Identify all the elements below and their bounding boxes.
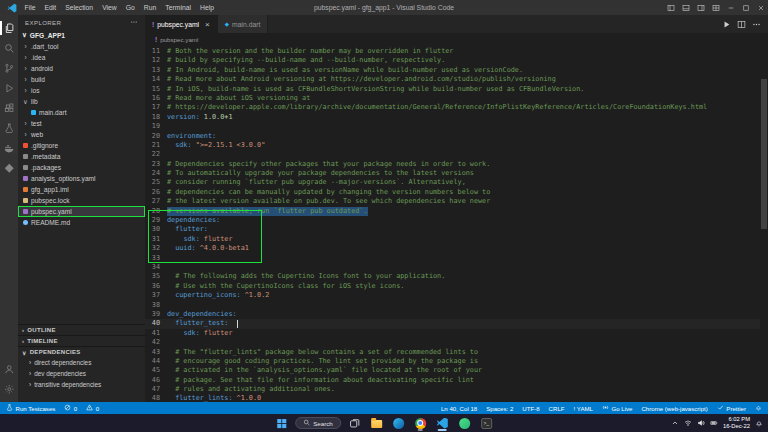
code-line-24[interactable]: 24# To automatically upgrade your packag…	[145, 169, 760, 178]
run-icon[interactable]	[722, 15, 731, 33]
explorer-more-icon[interactable]	[130, 18, 138, 26]
status-encoding[interactable]: UTF-8	[522, 405, 539, 412]
editor-scrollbar[interactable]	[760, 45, 768, 402]
close-tab-icon[interactable]: ×	[205, 20, 210, 29]
menu-file[interactable]: File	[20, 0, 40, 15]
status-debug-target[interactable]: Chrome (web-javascript)	[641, 405, 707, 412]
tab-main-dart[interactable]: ◆main.dart	[218, 15, 269, 33]
tree-item-readme-md[interactable]: README.md	[18, 217, 145, 228]
code-line-14[interactable]: 14# Read more about Android versioning a…	[145, 75, 760, 84]
code-line-40[interactable]: 40 flutter_test:	[145, 319, 760, 328]
testing-icon[interactable]	[0, 118, 18, 138]
taskbar-search[interactable]: Search	[295, 417, 341, 429]
tree-item-packages[interactable]: .packages	[18, 162, 145, 173]
tree-item-idea[interactable]: ›.idea	[18, 52, 145, 63]
volume-icon[interactable]	[697, 419, 705, 427]
code-line-29[interactable]: 29dependencies:	[145, 216, 760, 225]
code-line-25[interactable]: 25# consider running `flutter pub upgrad…	[145, 178, 760, 187]
taskbar-clock[interactable]: 6:02 PM 16-Dec-22	[723, 416, 750, 429]
code-line-18[interactable]: 18version: 1.0.0+1	[145, 113, 760, 122]
terminal-taskbar-icon[interactable]	[478, 415, 495, 431]
vscode-taskbar-icon[interactable]	[434, 415, 451, 431]
breadcrumb[interactable]: ! pubspec.yaml	[145, 33, 768, 45]
dependency-group-direct-dependencies[interactable]: ›direct dependencies	[18, 357, 145, 368]
section-dependencies[interactable]: ∨DEPENDENCIES	[18, 346, 145, 357]
tree-item-ios[interactable]: ›ios	[18, 85, 145, 96]
maximize-button[interactable]	[738, 0, 753, 15]
tab-pubspec-yaml[interactable]: !pubspec.yaml×	[145, 15, 218, 33]
edge-taskbar-icon[interactable]	[390, 415, 407, 431]
code-line-43[interactable]: 43 # The "flutter_lints" package below c…	[145, 348, 760, 357]
code-line-26[interactable]: 26# dependencies can be manually updated…	[145, 188, 760, 197]
code-line-12[interactable]: 12# build by specifying --build-name and…	[145, 56, 760, 65]
tree-item-pubspec-yaml[interactable]: pubspec.yaml	[18, 206, 145, 217]
code-line-16[interactable]: 16# Read more about iOS versioning at	[145, 94, 760, 103]
chrome-taskbar-icon[interactable]	[412, 415, 429, 431]
status-indentation[interactable]: Spaces: 2	[486, 405, 513, 412]
code-line-37[interactable]: 37 cupertino_icons: ^1.0.2	[145, 291, 760, 300]
battery-icon[interactable]	[710, 419, 718, 427]
menu-terminal[interactable]: Terminal	[161, 0, 196, 15]
docker-icon[interactable]	[0, 138, 18, 158]
source-control-icon[interactable]	[0, 58, 18, 78]
code-line-48[interactable]: 48 flutter_lints: ^1.0.0	[145, 394, 760, 402]
dart-icon[interactable]	[0, 158, 18, 178]
tree-item-main-dart[interactable]: main.dart	[18, 107, 145, 118]
code-line-20[interactable]: 20environment:	[145, 132, 760, 141]
tree-item-metadata[interactable]: .metadata	[18, 151, 145, 162]
code-line-45[interactable]: 45 # activated in the `analysis_options.…	[145, 366, 760, 375]
code-line-27[interactable]: 27# the latest version available on pub.…	[145, 197, 760, 206]
account-icon[interactable]	[0, 359, 18, 379]
scrollbar-thumb[interactable]	[761, 79, 767, 229]
code-line-11[interactable]: 11# Both the version and the builder num…	[145, 47, 760, 56]
tree-item-gfg-app1-iml[interactable]: gfg_app1.iml	[18, 184, 145, 195]
split-editor-icon[interactable]	[737, 15, 746, 33]
code-line-34[interactable]: 34	[145, 263, 760, 272]
code-line-31[interactable]: 31 sdk: flutter	[145, 235, 760, 244]
code-line-13[interactable]: 13# In Android, build-name is used as ve…	[145, 66, 760, 75]
status-prettier[interactable]: Prettier	[717, 404, 746, 412]
code-line-42[interactable]: 42	[145, 338, 760, 347]
tree-item-pubspec-lock[interactable]: pubspec.lock	[18, 195, 145, 206]
section-timeline[interactable]: ›TIMELINE	[18, 335, 145, 346]
dependency-group-dev-dependencies[interactable]: ›dev dependencies	[18, 368, 145, 379]
menu-selection[interactable]: Selection	[61, 0, 98, 15]
minimize-button[interactable]	[723, 0, 738, 15]
code-line-28[interactable]: 28# versions available, run `flutter pub…	[145, 207, 760, 216]
tree-item-gitignore[interactable]: .gitignore	[18, 140, 145, 151]
code-area[interactable]: 11# Both the version and the builder num…	[145, 45, 760, 402]
code-line-33[interactable]: 33	[145, 254, 760, 263]
more-icon[interactable]	[752, 15, 761, 33]
tree-item-test[interactable]: ›test	[18, 118, 145, 129]
status-errors[interactable]: 0	[64, 404, 77, 412]
status-run-testcases[interactable]: Run Testcases	[6, 404, 55, 412]
tree-item-build[interactable]: ›build	[18, 74, 145, 85]
status-eol[interactable]: CRLF	[549, 405, 565, 412]
code-line-15[interactable]: 15# In iOS, build-name is used as CFBund…	[145, 85, 760, 94]
code-line-46[interactable]: 46 # package. See that file for informat…	[145, 376, 760, 385]
code-line-38[interactable]: 38	[145, 301, 760, 310]
status-cursor-position[interactable]: Ln 40, Col 18	[441, 405, 477, 412]
code-line-17[interactable]: 17# https://developer.apple.com/library/…	[145, 103, 760, 112]
code-line-41[interactable]: 41 sdk: flutter	[145, 329, 760, 338]
code-line-35[interactable]: 35 # The following adds the Cupertino Ic…	[145, 272, 760, 281]
code-line-21[interactable]: 21 sdk: ">=2.15.1 <3.0.0"	[145, 141, 760, 150]
code-line-22[interactable]: 22	[145, 150, 760, 159]
layout-panel-button[interactable]	[678, 0, 693, 15]
code-line-47[interactable]: 47 # rules and activating additional one…	[145, 385, 760, 394]
settings-icon[interactable]	[0, 379, 18, 399]
menu-run[interactable]: Run	[139, 0, 160, 15]
code-line-19[interactable]: 19	[145, 122, 760, 131]
close-button[interactable]	[753, 0, 768, 15]
notifications-bell-icon[interactable]	[755, 419, 763, 427]
tree-item-web[interactable]: ›web	[18, 129, 145, 140]
code-line-36[interactable]: 36 # Use with the CupertinoIcons class f…	[145, 282, 760, 291]
status-warnings[interactable]: 0	[86, 404, 99, 412]
run-debug-icon[interactable]	[0, 78, 18, 98]
android-studio-taskbar-icon[interactable]	[456, 415, 473, 431]
tree-item-android[interactable]: ›android	[18, 63, 145, 74]
status-go-live[interactable]: Go Live	[602, 404, 633, 412]
menu-view[interactable]: View	[98, 0, 122, 15]
dependency-group-transitive-dependencies[interactable]: ›transitive dependencies	[18, 379, 145, 390]
section-outline[interactable]: ›OUTLINE	[18, 324, 145, 335]
